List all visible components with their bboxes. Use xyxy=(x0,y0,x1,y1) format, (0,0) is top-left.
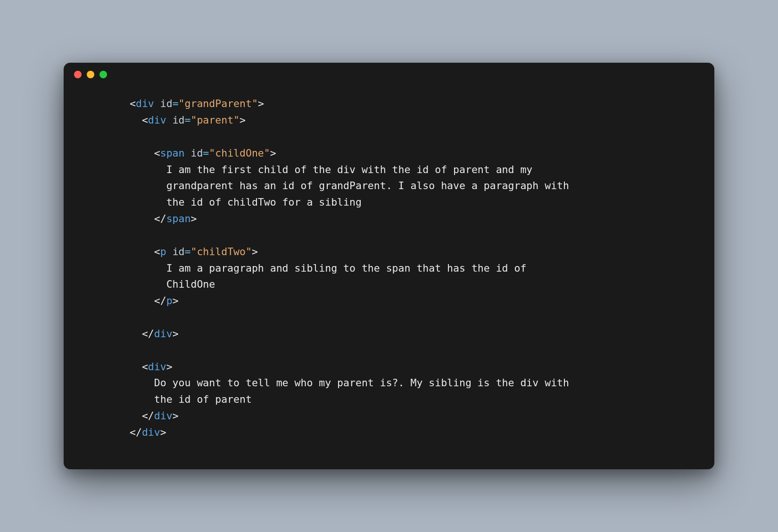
code-text: Do you want to tell me who my parent is?… xyxy=(154,377,569,389)
code-tag: p xyxy=(166,295,173,307)
code-attr: id xyxy=(173,114,185,126)
code-tag: div xyxy=(154,328,173,340)
code-punct: > xyxy=(160,426,166,438)
code-punct: > xyxy=(258,98,264,109)
maximize-icon[interactable] xyxy=(99,71,107,78)
code-punct: < xyxy=(142,114,148,126)
code-tag: span xyxy=(166,213,191,224)
code-tag: div xyxy=(142,426,160,438)
code-punct: < xyxy=(154,246,160,258)
code-string: "grandParent" xyxy=(179,98,258,109)
code-punct: </ xyxy=(130,426,142,438)
code-content: <div id="grandParent"> <div id="parent">… xyxy=(64,86,714,469)
code-punct: < xyxy=(130,98,136,109)
minimize-icon[interactable] xyxy=(87,71,94,78)
code-window: <div id="grandParent"> <div id="parent">… xyxy=(64,63,714,469)
code-text: the id of childTwo for a sibling xyxy=(166,196,362,208)
code-eq: = xyxy=(185,114,191,126)
code-punct: > xyxy=(173,410,179,422)
code-attr: id xyxy=(173,246,185,258)
code-punct: </ xyxy=(142,328,154,340)
code-punct: > xyxy=(240,114,246,126)
code-text: grandparent has an id of grandParent. I … xyxy=(166,180,569,191)
code-eq: = xyxy=(203,147,209,159)
code-text: I am the first child of the div with the… xyxy=(166,164,533,175)
code-text: I am a paragraph and sibling to the span… xyxy=(166,262,527,274)
code-text: the id of parent xyxy=(154,393,252,405)
code-tag: div xyxy=(148,114,166,126)
code-punct: < xyxy=(142,361,148,373)
code-punct: > xyxy=(173,328,179,340)
code-tag: div xyxy=(148,361,166,373)
close-icon[interactable] xyxy=(74,71,82,78)
code-string: "parent" xyxy=(190,114,240,126)
code-punct: > xyxy=(190,213,197,224)
code-punct: > xyxy=(270,147,276,159)
code-tag: div xyxy=(136,98,154,109)
code-text: ChildOne xyxy=(166,278,215,290)
code-eq: = xyxy=(173,98,179,109)
code-string: "childTwo" xyxy=(190,246,251,258)
code-punct: > xyxy=(252,246,258,258)
code-attr: id xyxy=(160,98,173,109)
code-tag: p xyxy=(160,246,166,258)
window-titlebar xyxy=(64,63,714,86)
code-tag: div xyxy=(154,410,173,422)
code-punct: </ xyxy=(154,295,166,307)
code-punct: </ xyxy=(142,410,154,422)
code-eq: = xyxy=(185,246,191,258)
code-punct: > xyxy=(173,295,179,307)
code-punct: </ xyxy=(154,213,166,224)
code-tag: span xyxy=(160,147,185,159)
code-string: "childOne" xyxy=(209,147,270,159)
code-punct: > xyxy=(166,361,173,373)
code-attr: id xyxy=(190,147,203,159)
code-punct: < xyxy=(154,147,160,159)
